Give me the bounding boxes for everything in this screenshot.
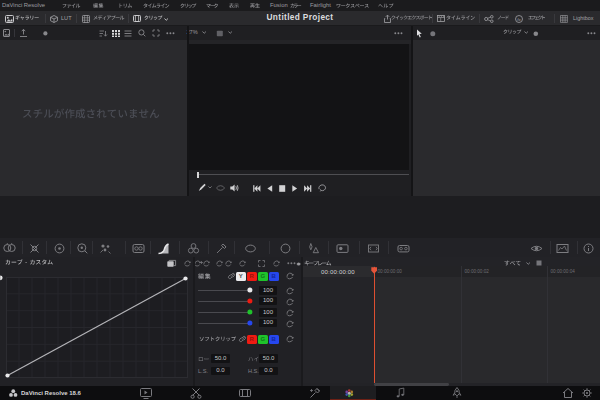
svg-text:fx: fx	[517, 16, 521, 21]
